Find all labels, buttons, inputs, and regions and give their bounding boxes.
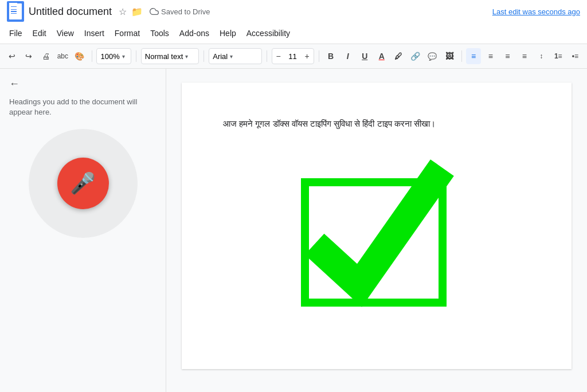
microphone-icon: 🎤 bbox=[70, 171, 96, 195]
menu-insert[interactable]: Insert bbox=[80, 26, 109, 40]
highlight-button[interactable]: 🖊 bbox=[391, 48, 406, 64]
style-arrow: ▾ bbox=[185, 53, 188, 60]
paint-format-button[interactable]: 🎨 bbox=[72, 48, 87, 64]
folder-icon[interactable]: 📁 bbox=[131, 6, 143, 17]
voice-outer-circle: 🎤 bbox=[29, 129, 138, 238]
font-size-decrease[interactable]: − bbox=[272, 49, 285, 64]
align-justify-button[interactable]: ≡ bbox=[517, 48, 532, 64]
divider-6 bbox=[461, 50, 462, 62]
font-value: Arial bbox=[213, 52, 228, 61]
menu-tools[interactable]: Tools bbox=[146, 26, 174, 40]
font-size-control: − + bbox=[272, 48, 314, 64]
title-icons: ☆ 📁 bbox=[119, 6, 143, 17]
back-arrow-icon: ← bbox=[9, 78, 19, 90]
menu-file[interactable]: File bbox=[5, 26, 27, 40]
style-dropdown[interactable]: Normal text ▾ bbox=[141, 48, 199, 64]
menu-addons[interactable]: Add-ons bbox=[175, 26, 214, 40]
align-center-button[interactable]: ≡ bbox=[483, 48, 498, 64]
font-arrow: ▾ bbox=[230, 53, 233, 60]
menu-view[interactable]: View bbox=[52, 26, 79, 40]
undo-button[interactable]: ↩ bbox=[5, 48, 19, 64]
text-color-button[interactable]: A bbox=[374, 48, 389, 64]
link-button[interactable]: 🔗 bbox=[408, 48, 423, 64]
saved-text: Saved to Drive bbox=[161, 7, 210, 16]
image-button[interactable]: 🖼 bbox=[442, 48, 457, 64]
document-area[interactable]: आज हमने गूगल डॉक्स वॉयस टाइपिंग सुविधा स… bbox=[166, 69, 587, 392]
zoom-arrow: ▾ bbox=[122, 53, 125, 60]
document-title[interactable]: Untitled document bbox=[29, 6, 112, 18]
zoom-dropdown[interactable]: 100% ▾ bbox=[96, 48, 131, 64]
align-right-button[interactable]: ≡ bbox=[500, 48, 515, 64]
last-edit-text[interactable]: Last edit was seconds ago bbox=[492, 7, 580, 16]
sidebar-heading-text: Headings you add to the document will ap… bbox=[9, 97, 156, 117]
print-button[interactable]: 🖨 bbox=[38, 48, 53, 64]
menu-help[interactable]: Help bbox=[215, 26, 241, 40]
bold-button[interactable]: B bbox=[323, 48, 338, 64]
docs-logo bbox=[7, 1, 24, 22]
checkmark-image bbox=[299, 148, 454, 308]
divider-1 bbox=[92, 50, 92, 62]
line-spacing-button[interactable]: ↕ bbox=[534, 48, 549, 64]
align-left-button[interactable]: ≡ bbox=[466, 48, 481, 64]
saved-status: Saved to Drive bbox=[150, 7, 210, 16]
list-number-button[interactable]: 1≡ bbox=[551, 48, 566, 64]
font-size-increase[interactable]: + bbox=[301, 49, 314, 64]
divider-5 bbox=[319, 50, 319, 62]
sidebar-back-button[interactable]: ← bbox=[9, 78, 156, 90]
toolbar: ↩ ↪ 🖨 abc 🎨 100% ▾ Normal text ▾ Arial ▾… bbox=[0, 44, 587, 69]
spellcheck-button[interactable]: abc bbox=[56, 48, 71, 64]
font-dropdown[interactable]: Arial ▾ bbox=[209, 48, 261, 64]
title-bar: Untitled document ☆ 📁 Saved to Drive Las… bbox=[0, 0, 587, 23]
divider-3 bbox=[204, 50, 204, 62]
style-value: Normal text bbox=[145, 52, 183, 61]
list-bullet-button[interactable]: •≡ bbox=[568, 48, 583, 64]
underline-button[interactable]: U bbox=[357, 48, 372, 64]
menu-format[interactable]: Format bbox=[110, 26, 144, 40]
comment-button[interactable]: 💬 bbox=[425, 48, 440, 64]
font-size-input[interactable] bbox=[285, 52, 301, 61]
cloud-icon bbox=[150, 7, 159, 16]
menu-edit[interactable]: Edit bbox=[28, 26, 51, 40]
main-area: ← Headings you add to the document will … bbox=[0, 69, 587, 392]
document-image bbox=[223, 148, 530, 308]
divider-4 bbox=[267, 50, 267, 62]
voice-typing-button[interactable]: 🎤 bbox=[57, 158, 109, 209]
zoom-value: 100% bbox=[100, 52, 119, 61]
sidebar: ← Headings you add to the document will … bbox=[0, 69, 166, 392]
divider-2 bbox=[136, 50, 136, 62]
star-icon[interactable]: ☆ bbox=[119, 6, 127, 17]
redo-button[interactable]: ↪ bbox=[22, 48, 37, 64]
menu-accessibility[interactable]: Accessibility bbox=[242, 26, 295, 40]
voice-container: 🎤 bbox=[9, 129, 156, 238]
menu-bar: File Edit View Insert Format Tools Add-o… bbox=[0, 23, 587, 44]
document-page: आज हमने गूगल डॉक्स वॉयस टाइपिंग सुविधा स… bbox=[182, 83, 572, 369]
document-content[interactable]: आज हमने गूगल डॉक्स वॉयस टाइपिंग सुविधा स… bbox=[223, 117, 530, 131]
italic-button[interactable]: I bbox=[341, 48, 355, 64]
